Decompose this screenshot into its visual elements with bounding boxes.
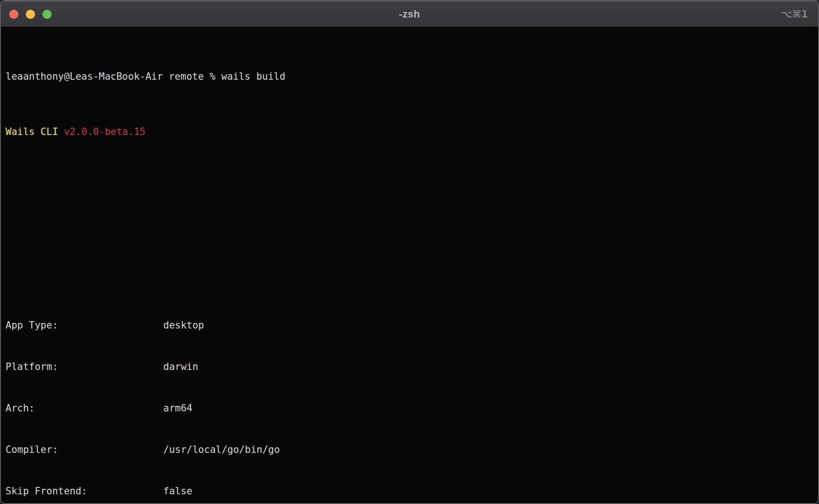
wails-cli-version: v2.0.0-beta.15 [64,126,145,137]
traffic-lights [9,1,52,27]
blank-line [6,180,818,194]
terminal-window: -zsh ⌥⌘1 leaanthony@Leas-MacBook-Air rem… [0,0,819,504]
config-value: darwin [163,361,198,372]
command-text: wails build [221,71,285,82]
shell-prompt: leaanthony@Leas-MacBook-Air remote % [6,71,221,82]
config-value: /usr/local/go/bin/go [163,444,280,455]
config-row-compiler: Compiler:/usr/local/go/bin/go [6,443,818,457]
close-button[interactable] [9,10,18,19]
config-label: Arch: [6,401,163,415]
tab-shortcut-hint: ⌥⌘1 [781,1,808,27]
blank-line [6,222,818,235]
minimize-button[interactable] [26,10,35,19]
config-row-platform: Platform:darwin [6,360,818,374]
config-label: Skip Frontend: [6,484,163,498]
wails-cli-name: Wails CLI [6,126,58,137]
spacer [58,126,64,137]
terminal-screen[interactable]: leaanthony@Leas-MacBook-Air remote % wai… [1,27,818,503]
window-title: -zsh [1,8,818,20]
config-label: Platform: [6,360,163,374]
prompt-line-build: leaanthony@Leas-MacBook-Air remote % wai… [6,70,818,83]
wails-version-line: Wails CLI v2.0.0-beta.15 [6,125,818,139]
fullscreen-button[interactable] [42,10,52,19]
config-row-app-type: App Type:desktop [6,318,818,332]
config-row-arch: Arch:arm64 [6,401,818,415]
titlebar[interactable]: -zsh ⌥⌘1 [1,1,818,27]
config-label: App Type: [6,318,163,332]
config-value: desktop [163,320,204,331]
config-value: false [163,486,192,497]
config-label: Compiler: [6,443,163,457]
config-row-skip-frontend: Skip Frontend:false [6,484,818,498]
blank-line [6,263,818,277]
config-value: arm64 [163,403,192,414]
